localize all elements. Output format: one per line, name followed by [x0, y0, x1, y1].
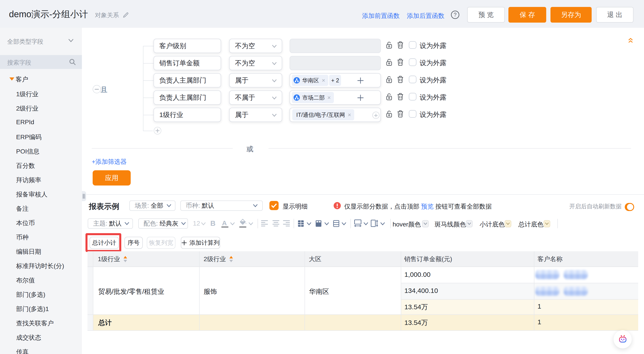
- svg-text:?: ?: [454, 12, 457, 18]
